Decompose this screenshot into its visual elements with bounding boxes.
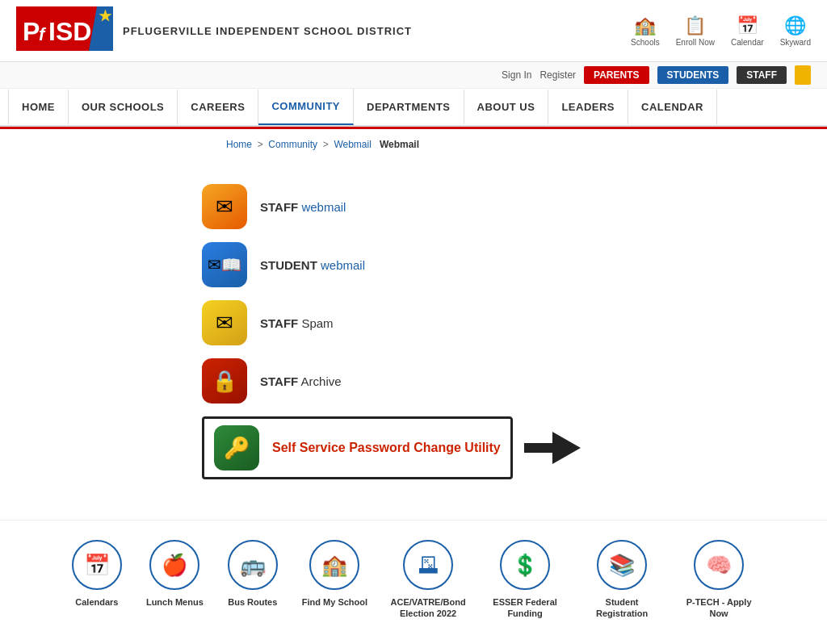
staff-archive-item[interactable]: 🔒 STAFF Archive [202, 358, 625, 404]
p-tech-label: P-TECH - Apply Now [682, 596, 755, 620]
district-name: PFLUGERVILLE INDEPENDENT SCHOOL DISTRICT [123, 25, 412, 37]
footer-calendars[interactable]: 📅 Calendars [72, 540, 122, 608]
top-icon-enroll[interactable]: 📋 Enroll Now [676, 15, 715, 47]
schools-icon: 🏫 [634, 15, 656, 36]
footer-find-my-school[interactable]: 🏫 Find My School [302, 540, 367, 608]
arrow-indicator [524, 432, 581, 464]
lunch-menus-label: Lunch Menus [146, 596, 204, 608]
staff-spam-icon: ✉ [202, 300, 247, 345]
student-webmail-link[interactable]: webmail [321, 258, 365, 272]
logo-area: P f ISD ★ PFLUGERVILLE INDEPENDENT SCHOO… [16, 6, 412, 55]
nav-home[interactable]: HOME [8, 90, 69, 124]
staff-spam-label: STAFF Spam [260, 316, 334, 330]
breadcrumb-webmail-link[interactable]: Webmail [334, 139, 371, 150]
breadcrumb-current: Webmail [380, 139, 419, 150]
student-webmail-icon: ✉📖 [202, 242, 247, 287]
footer-lunch-menus[interactable]: 🍎 Lunch Menus [146, 540, 204, 608]
password-utility-label: Self Service Password Change Utility [272, 441, 501, 455]
breadcrumb-community[interactable]: Community [268, 139, 317, 150]
svg-marker-6 [524, 432, 581, 464]
nav-community[interactable]: COMMUNITY [258, 89, 354, 125]
top-icon-calendar[interactable]: 📅 Calendar [731, 15, 764, 47]
student-webmail-bold: STUDENT [260, 258, 317, 272]
parents-button[interactable]: PARENTS [584, 66, 649, 84]
footer-bus-routes[interactable]: 🚌 Bus Routes [228, 540, 278, 608]
staff-spam-item[interactable]: ✉ STAFF Spam [202, 300, 625, 345]
calendar-icon: 📅 [737, 15, 758, 36]
main-content: ✉ STAFF webmail ✉📖 STUDENT webmail ✉ STA… [0, 160, 827, 520]
top-icon-schools[interactable]: 🏫 Schools [631, 15, 660, 47]
staff-webmail-bold: STAFF [260, 200, 298, 214]
schools-label: Schools [631, 38, 660, 47]
staff-archive-label: STAFF Archive [260, 374, 342, 388]
find-my-school-icon: 🏫 [309, 540, 359, 590]
staff-archive-icon: 🔒 [202, 358, 247, 404]
header: P f ISD ★ PFLUGERVILLE INDEPENDENT SCHOO… [0, 0, 827, 89]
register-link[interactable]: Register [539, 69, 576, 81]
staff-webmail-icon: ✉ [202, 184, 247, 229]
password-utility-icon: 🔑 [214, 425, 259, 470]
breadcrumb: Home > Community > Webmail Webmail [0, 129, 827, 160]
nav-our-schools[interactable]: OUR SCHOOLS [69, 90, 178, 124]
enroll-label: Enroll Now [676, 38, 715, 47]
footer-p-tech[interactable]: 🧠 P-TECH - Apply Now [682, 540, 755, 620]
top-icons: 🏫 Schools 📋 Enroll Now 📅 Calendar 🌐 Skyw… [631, 15, 811, 47]
main-nav: HOME OUR SCHOOLS CAREERS COMMUNITY DEPAR… [0, 89, 827, 127]
nav-calendar[interactable]: CALENDAR [628, 90, 717, 124]
p-tech-icon: 🧠 [694, 540, 744, 590]
nav-departments[interactable]: DEPARTMENTS [354, 90, 464, 124]
bus-routes-label: Bus Routes [228, 596, 277, 608]
bus-routes-icon: 🚌 [228, 540, 278, 590]
skyward-label: Skyward [780, 38, 811, 47]
find-my-school-label: Find My School [302, 596, 367, 608]
top-bar: P f ISD ★ PFLUGERVILLE INDEPENDENT SCHOO… [0, 0, 827, 62]
skyward-icon: 🌐 [784, 15, 806, 36]
auth-bar: Sign In Register PARENTS STUDENTS STAFF [0, 62, 827, 89]
password-utility-text: Self Service Password Change Utility [272, 441, 501, 454]
ace-election-icon: 🗳 [403, 540, 453, 590]
svg-text:★: ★ [99, 8, 112, 24]
staff-button[interactable]: STAFF [737, 66, 787, 84]
esser-funding-label: ESSER Federal Funding [489, 596, 561, 620]
sign-in-link[interactable]: Sign In [502, 69, 531, 81]
staff-archive-text: Archive [301, 374, 342, 388]
logo: P f ISD ★ [16, 6, 113, 55]
footer-ace-election[interactable]: 🗳 ACE/VATRE/Bond Election 2022 [392, 540, 464, 620]
staff-spam-bold: STAFF [260, 316, 298, 330]
staff-webmail-label: STAFF webmail [260, 200, 346, 214]
breadcrumb-home[interactable]: Home [226, 139, 252, 150]
student-registration-label: Student Registration [586, 596, 658, 620]
enroll-icon: 📋 [684, 15, 706, 36]
lunch-menus-icon: 🍎 [149, 540, 199, 590]
esser-funding-icon: 💲 [500, 540, 550, 590]
nav-about-us[interactable]: ABOUT US [464, 90, 549, 124]
footer-student-registration[interactable]: 📚 Student Registration [586, 540, 658, 620]
student-webmail-label: STUDENT webmail [260, 258, 365, 272]
footer-icons: 📅 Calendars 🍎 Lunch Menus 🚌 Bus Routes 🏫… [0, 520, 827, 639]
ace-election-label: ACE/VATRE/Bond Election 2022 [391, 596, 466, 620]
staff-webmail-item[interactable]: ✉ STAFF webmail [202, 184, 625, 229]
staff-spam-text: Spam [301, 316, 333, 330]
extra-button[interactable] [795, 65, 811, 85]
password-utility-box[interactable]: 🔑 Self Service Password Change Utility [202, 416, 513, 479]
staff-webmail-link[interactable]: webmail [301, 200, 346, 214]
nav-leaders[interactable]: LEADERS [548, 90, 628, 124]
calendar-label: Calendar [731, 38, 764, 47]
svg-text:P: P [23, 17, 40, 46]
highlighted-row: 🔑 Self Service Password Change Utility [202, 416, 625, 479]
student-webmail-item[interactable]: ✉📖 STUDENT webmail [202, 242, 625, 287]
svg-text:ISD: ISD [48, 17, 91, 46]
calendars-label: Calendars [75, 596, 118, 608]
arrow-svg [524, 432, 581, 464]
nav-careers[interactable]: CAREERS [178, 90, 258, 124]
top-icon-skyward[interactable]: 🌐 Skyward [780, 15, 811, 47]
footer-esser-funding[interactable]: 💲 ESSER Federal Funding [489, 540, 561, 620]
student-registration-icon: 📚 [597, 540, 647, 590]
students-button[interactable]: STUDENTS [657, 66, 729, 84]
staff-archive-bold: STAFF [260, 374, 298, 388]
webmail-list: ✉ STAFF webmail ✉📖 STUDENT webmail ✉ STA… [202, 168, 625, 496]
calendars-icon: 📅 [72, 540, 122, 590]
